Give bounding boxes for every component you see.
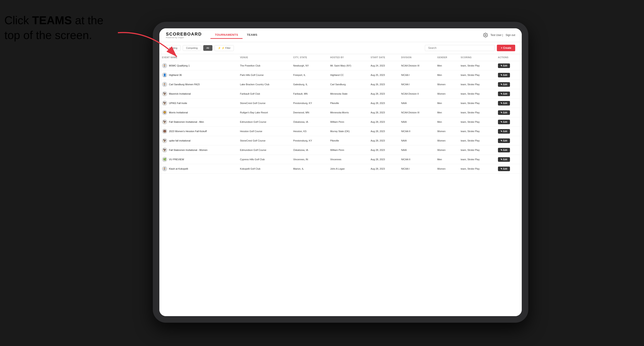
event-name-1: Highland 36 bbox=[169, 74, 182, 76]
competing-button[interactable]: Competing bbox=[183, 45, 201, 51]
create-button[interactable]: + Create bbox=[497, 45, 515, 51]
cell-division-5: NCAA Division III bbox=[398, 108, 435, 117]
cell-division-3: NCAA Division II bbox=[398, 89, 435, 99]
edit-icon-4: ✎ bbox=[500, 102, 502, 104]
event-icon-0: 🏌 bbox=[162, 63, 167, 68]
cell-actions-3: ✎ Edit bbox=[495, 89, 522, 99]
edit-button-6[interactable]: ✎ Edit bbox=[498, 120, 510, 124]
tab-teams[interactable]: TEAMS bbox=[242, 31, 262, 39]
cell-hosted-5: Minnesota-Morris bbox=[328, 108, 368, 117]
cell-date-2: Aug 26, 2023 bbox=[368, 80, 399, 89]
hosting-button[interactable]: Hosting bbox=[166, 45, 180, 51]
edit-icon-11: ✎ bbox=[500, 168, 502, 170]
cell-city-10: Vincennes, IN bbox=[290, 155, 328, 164]
cell-actions-2: ✎ Edit bbox=[495, 80, 522, 89]
cell-hosted-2: Carl Sandburg bbox=[328, 80, 368, 89]
cell-city-3: Faribault, MN bbox=[290, 89, 328, 99]
edit-button-4[interactable]: ✎ Edit bbox=[498, 101, 510, 106]
cell-city-9: Oskaloosa, IA bbox=[290, 146, 328, 155]
cell-date-8: Aug 28, 2023 bbox=[368, 136, 399, 146]
table-row: 🏌 MSMC Qualifying 1 The Powelton Club Ne… bbox=[159, 61, 522, 70]
edit-button-10[interactable]: ✎ Edit bbox=[498, 157, 510, 162]
event-icon-10: 🌿 bbox=[162, 157, 167, 162]
tablet-device: SCOREBOARD Powered by clippit TOURNAMENT… bbox=[153, 22, 528, 323]
edit-button-9[interactable]: ✎ Edit bbox=[498, 148, 510, 152]
gear-icon[interactable] bbox=[483, 33, 488, 37]
edit-icon-2: ✎ bbox=[500, 83, 502, 86]
cell-hosted-3: Minnesota State bbox=[328, 89, 368, 99]
cell-hosted-1: Highland CC bbox=[328, 70, 368, 80]
cell-hosted-9: William Penn bbox=[328, 146, 368, 155]
edit-button-8[interactable]: ✎ Edit bbox=[498, 139, 510, 143]
edit-button-11[interactable]: ✎ Edit bbox=[498, 167, 510, 171]
cell-scoring-5: team, Stroke Play bbox=[458, 108, 495, 117]
cell-scoring-10: team, Stroke Play bbox=[458, 155, 495, 164]
cell-scoring-6: team, Stroke Play bbox=[458, 117, 495, 127]
search-input[interactable] bbox=[425, 45, 495, 51]
all-button[interactable]: All bbox=[203, 45, 212, 51]
header-signout[interactable]: Sign out bbox=[506, 33, 515, 37]
edit-button-5[interactable]: ✎ Edit bbox=[498, 110, 510, 115]
cell-venue-11: Kokopelli Golf Club bbox=[237, 164, 290, 173]
cell-event-name-8: 🦅 upike fall invitational bbox=[159, 136, 237, 146]
cell-actions-11: ✎ Edit bbox=[495, 164, 522, 173]
cell-venue-8: StoneCrest Golf Course bbox=[237, 136, 290, 146]
cell-gender-10: Men bbox=[435, 155, 458, 164]
cell-hosted-0: Mt. Saint Mary (NY) bbox=[328, 61, 368, 70]
nav-tabs: TOURNAMENTS TEAMS bbox=[210, 31, 262, 39]
cell-actions-10: ✎ Edit bbox=[495, 155, 522, 164]
cell-event-name-2: 🏌 Carl Sandburg Women FA23 bbox=[159, 80, 237, 89]
cell-date-3: Aug 28, 2023 bbox=[368, 89, 399, 99]
cell-division-6: NAIA bbox=[398, 117, 435, 127]
cell-date-0: Aug 24, 2023 bbox=[368, 61, 399, 70]
cell-city-1: Freeport, IL bbox=[290, 70, 328, 80]
col-scoring: SCORING bbox=[458, 54, 495, 61]
cell-scoring-2: team, Stroke Play bbox=[458, 80, 495, 89]
edit-button-7[interactable]: ✎ Edit bbox=[498, 129, 510, 134]
table-row: 👤 Highland 36 Park Hills Golf Course Fre… bbox=[159, 70, 522, 80]
edit-icon-3: ✎ bbox=[500, 93, 502, 95]
cell-date-9: Aug 28, 2023 bbox=[368, 146, 399, 155]
cell-venue-4: StoneCrest Golf Course bbox=[237, 99, 290, 108]
instruction-line2: top of the screen. bbox=[4, 29, 92, 41]
event-icon-6: 🦅 bbox=[162, 119, 167, 125]
cell-event-name-6: 🦅 Fall Statesmen Invitational - Men bbox=[159, 117, 237, 127]
cell-venue-6: Edmundson Golf Course bbox=[237, 117, 290, 127]
cell-actions-4: ✎ Edit bbox=[495, 99, 522, 108]
filter-button[interactable]: ⚡ ⚡ Filter bbox=[214, 45, 234, 51]
tab-tournaments[interactable]: TOURNAMENTS bbox=[210, 31, 242, 39]
col-gender: GENDER bbox=[435, 54, 458, 61]
instruction-line1: Click TEAMS at the bbox=[4, 14, 104, 27]
cell-hosted-8: Pikeville bbox=[328, 136, 368, 146]
cell-division-7: NICAA II bbox=[398, 127, 435, 136]
cell-division-0: NCAA Division III bbox=[398, 61, 435, 70]
edit-icon-9: ✎ bbox=[500, 149, 502, 151]
cell-scoring-4: team, Stroke Play bbox=[458, 99, 495, 108]
cell-venue-9: Edmundson Golf Course bbox=[237, 146, 290, 155]
cell-venue-1: Park Hills Golf Course bbox=[237, 70, 290, 80]
cell-city-8: Prestonsburg, KY bbox=[290, 136, 328, 146]
event-name-8: upike fall invitational bbox=[169, 139, 190, 142]
edit-button-0[interactable]: ✎ Edit bbox=[498, 63, 510, 68]
cell-hosted-10: Vincennes bbox=[328, 155, 368, 164]
cell-gender-3: Women bbox=[435, 89, 458, 99]
table-row: 🦅 Fall Statesmen Invitational - Men Edmu… bbox=[159, 117, 522, 127]
edit-button-2[interactable]: ✎ Edit bbox=[498, 82, 510, 87]
event-name-0: MSMC Qualifying 1 bbox=[169, 64, 190, 67]
cell-actions-5: ✎ Edit bbox=[495, 108, 522, 117]
event-icon-9: 🦅 bbox=[162, 147, 167, 153]
edit-button-3[interactable]: ✎ Edit bbox=[498, 92, 510, 96]
col-division: DIVISION bbox=[398, 54, 435, 61]
table-container: EVENT NAME VENUE CITY, STATE HOSTED BY S… bbox=[159, 54, 522, 316]
cell-city-4: Prestonsburg, KY bbox=[290, 99, 328, 108]
event-icon-2: 🏌 bbox=[162, 82, 167, 87]
edit-button-1[interactable]: ✎ Edit bbox=[498, 73, 510, 77]
instruction-bold: TEAMS bbox=[32, 14, 72, 27]
cell-actions-0: ✎ Edit bbox=[495, 61, 522, 70]
cell-hosted-11: John A Logan bbox=[328, 164, 368, 173]
cell-scoring-11: team, Stroke Play bbox=[458, 164, 495, 173]
event-icon-4: 🦅 bbox=[162, 101, 167, 106]
cell-city-11: Marion, IL bbox=[290, 164, 328, 173]
cell-division-2: NICAA I bbox=[398, 80, 435, 89]
filter-icon: ⚡ bbox=[218, 47, 221, 49]
